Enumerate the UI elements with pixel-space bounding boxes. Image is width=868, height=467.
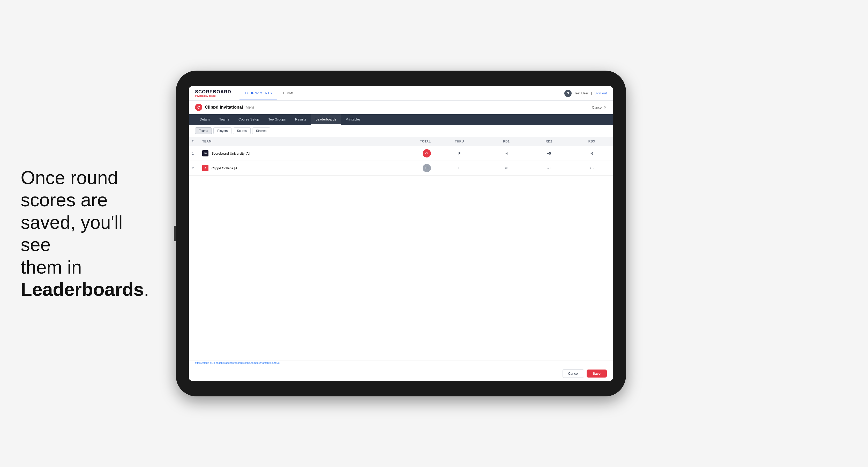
user-name: Test User bbox=[574, 91, 588, 95]
tournament-header: C Clippd Invitational (Men) Cancel ✕ bbox=[189, 101, 613, 114]
rank-cell: 2 bbox=[189, 161, 199, 176]
rd1-cell-2: +8 bbox=[485, 161, 528, 176]
team-logo-1: SU bbox=[202, 150, 209, 156]
rd3-cell-1: -6 bbox=[570, 146, 613, 161]
tab-results[interactable]: Results bbox=[290, 114, 311, 125]
total-cell-1: -5 bbox=[378, 146, 434, 161]
col-thru: THRU bbox=[434, 137, 485, 146]
rd3-cell-2: +3 bbox=[570, 161, 613, 176]
tablet-device: SCOREBOARD Powered by clippd TOURNAMENTS… bbox=[176, 71, 626, 396]
col-rd1: RD1 bbox=[485, 137, 528, 146]
rank-cell: 1 bbox=[189, 146, 199, 161]
tab-details[interactable]: Details bbox=[195, 114, 215, 125]
team-name-2: Clippd College [A] bbox=[212, 166, 239, 170]
footer: Cancel Save bbox=[189, 366, 613, 381]
nav-links: TOURNAMENTS TEAMS bbox=[240, 86, 564, 100]
close-icon: ✕ bbox=[603, 105, 607, 110]
col-rd2: RD2 bbox=[528, 137, 570, 146]
tournament-cancel-button[interactable]: Cancel ✕ bbox=[592, 105, 607, 110]
footer-save-button[interactable]: Save bbox=[587, 370, 607, 377]
subtab-players[interactable]: Players bbox=[213, 127, 231, 134]
tab-teams[interactable]: Teams bbox=[215, 114, 234, 125]
footer-cancel-button[interactable]: Cancel bbox=[562, 369, 584, 378]
thru-cell-1: F bbox=[434, 146, 485, 161]
score-badge-1: -5 bbox=[423, 149, 431, 157]
tab-course-setup[interactable]: Course Setup bbox=[234, 114, 264, 125]
col-team: TEAM bbox=[199, 137, 378, 146]
nav-teams[interactable]: TEAMS bbox=[277, 86, 300, 100]
tab-printables[interactable]: Printables bbox=[341, 114, 365, 125]
nav-right: S Test User | Sign out bbox=[564, 90, 607, 97]
col-rank: # bbox=[189, 137, 199, 146]
top-nav: SCOREBOARD Powered by clippd TOURNAMENTS… bbox=[189, 86, 613, 101]
logo-powered: Powered by clippd bbox=[195, 95, 231, 97]
team-cell: SU Scoreboard University [A] bbox=[199, 146, 378, 161]
table-row: 2 C Clippd College [A] +3 F +8 -8 +3 bbox=[189, 161, 613, 176]
leaderboard-table: # TEAM TOTAL THRU RD1 RD2 RD3 1 bbox=[189, 137, 613, 360]
url-bar: https://stage-blue-coach.stagescoreboard… bbox=[189, 360, 613, 366]
team-name-1: Scoreboard University [A] bbox=[212, 152, 250, 155]
sub-tabs: Teams Players Scores Strokes bbox=[189, 125, 613, 137]
tournament-icon: C bbox=[195, 104, 202, 111]
nav-tournaments[interactable]: TOURNAMENTS bbox=[240, 86, 277, 100]
total-cell-2: +3 bbox=[378, 161, 434, 176]
logo-area: SCOREBOARD Powered by clippd bbox=[195, 89, 231, 97]
sign-out-link[interactable]: Sign out bbox=[594, 91, 607, 95]
col-total: TOTAL bbox=[378, 137, 434, 146]
tab-tee-groups[interactable]: Tee Groups bbox=[264, 114, 290, 125]
rd2-cell-1: +5 bbox=[528, 146, 570, 161]
app-container: SCOREBOARD Powered by clippd TOURNAMENTS… bbox=[189, 86, 613, 381]
rd1-cell-1: -4 bbox=[485, 146, 528, 161]
score-badge-2: +3 bbox=[423, 164, 431, 172]
subtab-scores[interactable]: Scores bbox=[233, 127, 250, 134]
side-button bbox=[174, 226, 176, 241]
tab-leaderboards[interactable]: Leaderboards bbox=[311, 114, 341, 125]
col-rd3: RD3 bbox=[570, 137, 613, 146]
team-cell: C Clippd College [A] bbox=[199, 161, 378, 176]
tournament-subtitle: (Men) bbox=[244, 105, 254, 110]
separator: | bbox=[591, 91, 592, 95]
tournament-title: Clippd Invitational bbox=[205, 105, 243, 110]
subtab-strokes[interactable]: Strokes bbox=[252, 127, 271, 134]
logo-text: SCOREBOARD bbox=[195, 89, 231, 95]
thru-cell-2: F bbox=[434, 161, 485, 176]
user-avatar: S bbox=[564, 90, 571, 97]
left-description: Once round scores are saved, you'll see … bbox=[21, 166, 145, 301]
subtab-teams[interactable]: Teams bbox=[195, 127, 212, 134]
tab-nav: Details Teams Course Setup Tee Groups Re… bbox=[189, 114, 613, 125]
rd2-cell-2: -8 bbox=[528, 161, 570, 176]
team-logo-2: C bbox=[202, 165, 209, 171]
table-row: 1 SU Scoreboard University [A] -5 F -4 +… bbox=[189, 146, 613, 161]
